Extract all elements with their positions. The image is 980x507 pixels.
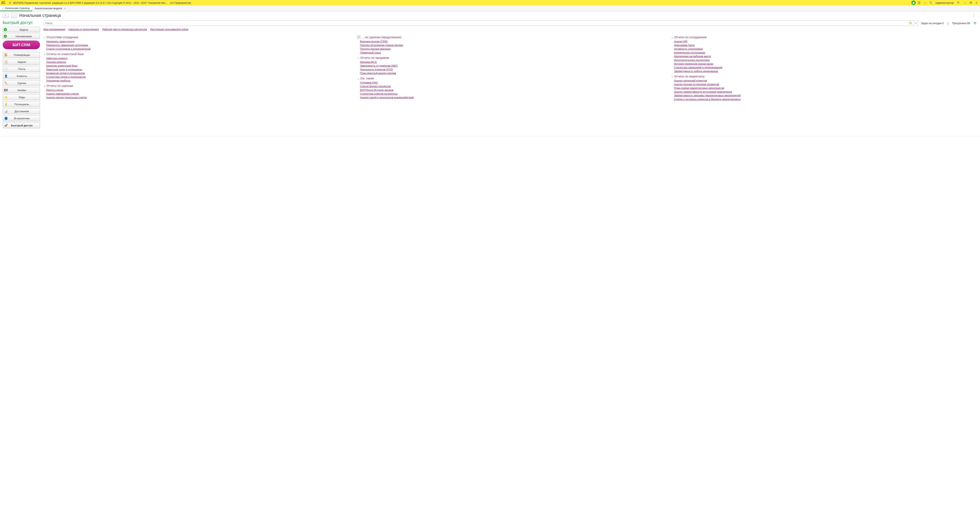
group-title: Отчеты по клиентской базе <box>46 52 84 56</box>
column-1: ⌄Отсутствие сотрудника Назначить замести… <box>43 33 350 102</box>
search-icon[interactable] <box>928 1 933 5</box>
create-task-button[interactable]: + Задача <box>3 27 40 32</box>
link-item[interactable]: Анализ эффективности источников привлече… <box>674 90 977 93</box>
crm-badge[interactable]: БИТ.CRM <box>3 41 40 49</box>
nav-forward-button[interactable]: → <box>11 13 17 18</box>
link-item[interactable]: Первичный спрос <box>360 51 663 54</box>
link-item[interactable]: Воронка продаж (CRM) <box>360 40 663 43</box>
nav-kanban[interactable]: Канбан <box>3 87 40 93</box>
nav-potentials[interactable]: 💡Потенциалы <box>3 101 40 107</box>
group-client-base-reports[interactable]: ⌄Отчеты по клиентской базе <box>43 52 350 56</box>
group-deals-cont[interactable]: ✔... по сделкам (продолжение) <box>357 35 663 39</box>
link-item[interactable]: Анализ целей и результатов взаимодействи… <box>360 96 663 99</box>
link-item[interactable]: Упущенная прибыль <box>46 79 350 82</box>
link-item[interactable]: Забытые клиенты <box>46 57 350 60</box>
window-title: [КОПИЯ] Управление торговлей, редакция 1… <box>13 2 167 4</box>
link-item[interactable]: Анализ претензий клиентов <box>674 79 977 82</box>
link-call-center[interactable]: Рабочее место оператора call-центра <box>102 28 147 31</box>
link-item[interactable]: Нахождение на рабочем месте <box>674 55 977 58</box>
more-options-icon[interactable]: ⋮ <box>970 13 977 17</box>
link-my-reminders[interactable]: Мои напоминания <box>43 28 65 31</box>
link-item[interactable]: Зависшие лиды и потенциалы <box>46 68 350 71</box>
rocket-icon: 🚀 <box>4 124 8 127</box>
minimize-icon[interactable]: — <box>963 1 968 5</box>
link-item[interactable]: Эффективность рекламы (маркетинговых мер… <box>674 94 977 97</box>
link-user-guide[interactable]: Инструкция пользователя online <box>150 28 188 31</box>
nav-planner[interactable]: 📔Планировщик <box>3 52 40 58</box>
maximize-icon[interactable] <box>968 1 973 5</box>
link-item[interactable]: БИТ.Phone История звонков <box>360 89 663 92</box>
link-item[interactable]: Качество клиентской базы <box>46 64 350 67</box>
link-item[interactable]: Сделки и интересы клиентов в бюджете мар… <box>674 98 977 101</box>
link-item[interactable]: Исполнительская дисциплина <box>674 59 977 62</box>
link-item[interactable]: Анализ завершения сделок <box>46 92 350 95</box>
svg-rect-6 <box>5 89 6 91</box>
kanban-icon <box>4 88 8 92</box>
link-item[interactable]: Анализ причин проигрыша сделок <box>46 96 350 99</box>
close-tab-icon[interactable]: × <box>64 7 66 10</box>
link-item[interactable]: Прекратить замещение сотрудника <box>46 44 350 47</box>
refresh-icon[interactable]: ⟳ <box>973 21 977 25</box>
planner-icon: 📔 <box>4 53 8 57</box>
search-button-icon[interactable] <box>908 21 913 25</box>
link-item[interactable]: Назначить заместителя <box>46 40 350 43</box>
link-item[interactable]: Покупки клиента <box>46 60 350 64</box>
svg-rect-5 <box>4 89 5 91</box>
group-marketing-reports[interactable]: ⌄Отчеты по маркетингу <box>671 75 977 78</box>
nav-leads[interactable]: ⭐Лиды <box>3 94 40 100</box>
link-item[interactable]: План-фактный анализ продаж <box>360 72 663 75</box>
checkbox-icon[interactable]: ✔ <box>357 36 360 38</box>
link-item[interactable]: История переносов сроков задач <box>674 62 977 65</box>
tab-home[interactable]: ⌂ Начальная страница <box>0 5 32 11</box>
link-item[interactable]: Анализ KPI <box>674 40 977 43</box>
group-sales-reports[interactable]: ⌄Отчеты по продажам <box>357 56 663 59</box>
link-item[interactable]: Статистика ответов на вопросы <box>360 92 663 95</box>
link-item[interactable]: Список бизнес-процессов <box>360 85 663 88</box>
nav-label: Сделки <box>9 82 40 85</box>
link-item[interactable]: Прогноз продаж квартала <box>360 48 663 50</box>
nav-deals[interactable]: ✏️Сделки <box>3 80 40 86</box>
link-item[interactable]: Статистика замещений и делегирований <box>674 66 977 69</box>
clear-search-icon[interactable]: × <box>913 21 918 25</box>
link-item[interactable]: Диаграмма Ганта <box>674 44 977 47</box>
close-icon[interactable]: ✕ <box>974 1 979 5</box>
nav-achievements[interactable]: 📊Достижения <box>3 108 40 114</box>
favorite-icon[interactable]: ☆ <box>923 1 928 5</box>
history-icon[interactable] <box>916 1 921 5</box>
link-item[interactable]: Матрица BCG <box>360 60 663 64</box>
group-see-also[interactable]: ⌄См. также <box>357 76 663 80</box>
link-item[interactable]: Отправка СМС <box>360 81 663 84</box>
link-item[interactable]: Эффективность работы менеджеров <box>674 70 977 73</box>
nav-bi[interactable]: 🔵BI-аналитика <box>3 115 40 121</box>
nav-clients[interactable]: 👤Клиенты <box>3 73 40 79</box>
menu-icon[interactable]: ≡ <box>8 1 12 5</box>
link-item[interactable]: Реестр сделок <box>46 89 350 92</box>
settings-icon[interactable] <box>956 1 961 5</box>
group-deals-reports[interactable]: ⌄Отчеты по сделкам <box>43 84 350 87</box>
user-name[interactable]: Администратор <box>934 2 955 4</box>
nav-tasks[interactable]: 📋Задачи <box>3 59 40 65</box>
link-item[interactable]: Статистика лидов и потенциалов <box>46 75 350 78</box>
link-item[interactable]: План-график маркетинговых мероприятий <box>674 87 977 89</box>
link-item[interactable]: Лояльность клиентов (XYZ) <box>360 68 663 71</box>
nav-label: Канбан <box>9 89 40 92</box>
overdue-status: Просрочено 89 <box>951 22 971 25</box>
notifications-icon[interactable] <box>912 1 916 5</box>
link-item[interactable]: Прогноз исполнения планов продаж <box>360 44 663 47</box>
link-item[interactable]: Конверсия лидов и потенциалов <box>46 72 350 75</box>
link-item[interactable]: Компетенции сотрудников <box>674 51 977 54</box>
create-reminder-button[interactable]: + Напоминание <box>3 33 40 39</box>
nav-mail[interactable]: ✉️Почта <box>3 66 40 72</box>
nav-label: Быстрый доступ <box>9 124 40 127</box>
search-input[interactable] <box>44 21 908 25</box>
link-support[interactable]: Написать в техподдержку <box>68 28 99 31</box>
tab-analytical-models[interactable]: Аналитические модели × <box>32 5 68 11</box>
link-item[interactable]: Зависимость от клиентов (ABC) <box>360 64 663 67</box>
group-employee-reports[interactable]: ⌄Отчеты по сотрудникам <box>671 35 977 39</box>
link-item[interactable]: Активность сотрудников <box>674 48 977 50</box>
link-item[interactable]: Список сотрудников и руководителей <box>46 48 350 50</box>
group-absence[interactable]: ⌄Отсутствие сотрудника <box>43 35 350 39</box>
link-item[interactable]: Анализ продаж по матрице сегментов <box>674 83 977 86</box>
nav-back-button[interactable]: ← <box>3 13 9 18</box>
nav-quick-access[interactable]: 🚀Быстрый доступ <box>3 122 40 128</box>
